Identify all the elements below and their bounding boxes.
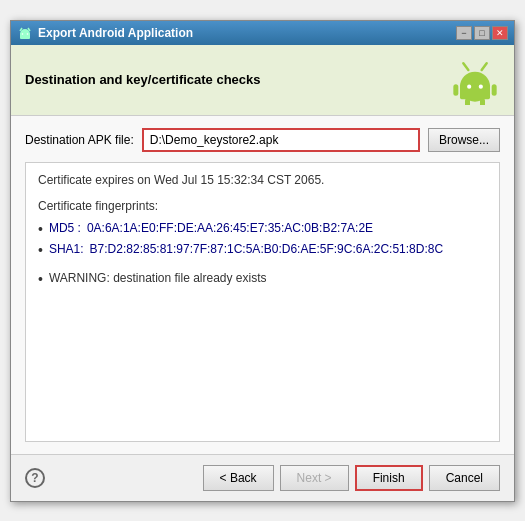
android-logo-icon xyxy=(450,55,500,105)
svg-line-11 xyxy=(482,63,487,70)
maximize-button[interactable]: □ xyxy=(474,26,490,40)
warning-bullet: • xyxy=(38,272,43,286)
warning-text: WARNING: destination file already exists xyxy=(49,271,267,285)
title-bar: Export Android Application − □ ✕ xyxy=(11,21,514,45)
title-bar-controls: − □ ✕ xyxy=(456,26,508,40)
cert-expires-text: Certificate expires on Wed Jul 15 15:32:… xyxy=(38,173,487,187)
destination-label: Destination APK file: xyxy=(25,133,134,147)
info-panel: Certificate expires on Wed Jul 15 15:32:… xyxy=(25,162,500,442)
svg-rect-12 xyxy=(453,84,458,96)
help-button[interactable]: ? xyxy=(25,468,45,488)
sha1-label: SHA1: xyxy=(49,242,84,256)
close-button[interactable]: ✕ xyxy=(492,26,508,40)
browse-button[interactable]: Browse... xyxy=(428,128,500,152)
svg-point-4 xyxy=(22,33,24,35)
cert-fingerprints-title: Certificate fingerprints: xyxy=(38,199,487,213)
md5-label: MD5 : xyxy=(49,221,81,235)
warning-item: • WARNING: destination file already exis… xyxy=(38,271,487,286)
sha1-fingerprint: • SHA1: B7:D2:82:85:81:97:7F:87:1C:5A:B0… xyxy=(38,242,487,257)
next-button[interactable]: Next > xyxy=(280,465,349,491)
svg-point-9 xyxy=(479,84,483,88)
svg-rect-7 xyxy=(460,84,490,99)
sha1-bullet: • xyxy=(38,243,43,257)
md5-value: 0A:6A:1A:E0:FF:DE:AA:26:45:E7:35:AC:0B:B… xyxy=(87,221,373,235)
svg-rect-13 xyxy=(492,84,497,96)
svg-line-10 xyxy=(463,63,468,70)
svg-rect-1 xyxy=(20,33,30,39)
destination-input[interactable] xyxy=(142,128,420,152)
svg-point-5 xyxy=(27,33,29,35)
back-button[interactable]: < Back xyxy=(203,465,274,491)
svg-rect-15 xyxy=(480,98,485,105)
md5-fingerprint: • MD5 : 0A:6A:1A:E0:FF:DE:AA:26:45:E7:35… xyxy=(38,221,487,236)
content-area: Destination APK file: Browse... Certific… xyxy=(11,116,514,454)
svg-point-8 xyxy=(467,84,471,88)
header-section: Destination and key/certificate checks xyxy=(11,45,514,116)
destination-row: Destination APK file: Browse... xyxy=(25,128,500,152)
window-title: Export Android Application xyxy=(38,26,193,40)
android-title-icon xyxy=(17,25,33,41)
sha1-value: B7:D2:82:85:81:97:7F:87:1C:5A:B0:D6:AE:5… xyxy=(90,242,444,256)
footer: ? < Back Next > Finish Cancel xyxy=(11,454,514,501)
main-window: Export Android Application − □ ✕ Destina… xyxy=(10,20,515,502)
svg-rect-14 xyxy=(465,98,470,105)
minimize-button[interactable]: − xyxy=(456,26,472,40)
footer-buttons: < Back Next > Finish Cancel xyxy=(203,465,500,491)
md5-bullet: • xyxy=(38,222,43,236)
title-bar-left: Export Android Application xyxy=(17,25,193,41)
finish-button[interactable]: Finish xyxy=(355,465,423,491)
page-title: Destination and key/certificate checks xyxy=(25,72,261,87)
cancel-button[interactable]: Cancel xyxy=(429,465,500,491)
